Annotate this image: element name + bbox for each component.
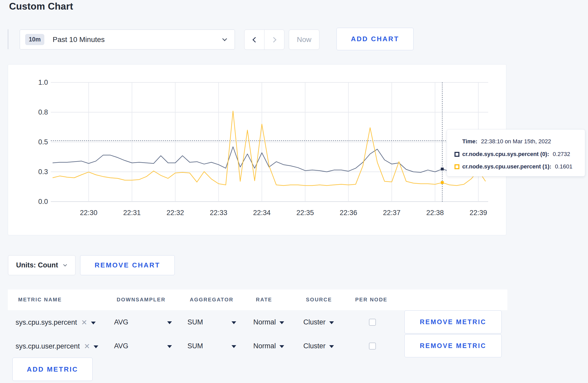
caret-down-icon [279, 345, 284, 348]
column-header-rate: RATE [256, 297, 272, 303]
downsampler-select[interactable]: AVG [114, 318, 172, 326]
units-select[interactable]: Units: Count [8, 255, 75, 275]
caret-down-icon [167, 345, 172, 348]
chart-tooltip: Time: 22:38:10 on Mar 15th, 2022 cr.node… [447, 129, 585, 176]
metric-name-value: sys.cpu.sys.percent [16, 318, 77, 327]
caret-down-icon [232, 321, 236, 324]
tooltip-series-label: cr.node.sys.cpu.user.percent (1): [462, 163, 551, 170]
tooltip-series-label: cr.node.sys.cpu.sys.percent (0): [462, 151, 549, 158]
prev-time-button[interactable] [244, 30, 264, 49]
chevron-left-icon [252, 37, 258, 42]
remove-chart-button[interactable]: REMOVE CHART [80, 255, 175, 275]
series-swatch-sys [454, 152, 459, 157]
caret-down-icon [279, 321, 284, 324]
aggregator-select[interactable]: SUM [187, 318, 236, 326]
rate-value: Normal [253, 318, 276, 326]
tooltip-series-value: 0.2732 [553, 151, 570, 158]
source-value: Cluster [303, 342, 326, 350]
metric-name-select[interactable]: sys.cpu.sys.percent ✕ [16, 318, 96, 327]
aggregator-value: SUM [187, 342, 203, 350]
add-metric-button[interactable]: ADD METRIC [12, 358, 93, 381]
caret-down-icon [329, 321, 334, 324]
caret-down-icon [167, 321, 172, 324]
rate-select[interactable]: Normal [253, 342, 284, 350]
metric-name-value: sys.cpu.user.percent [16, 342, 80, 350]
per-node-checkbox[interactable] [369, 319, 376, 326]
time-range-select[interactable]: 10m Past 10 Minutes [20, 30, 235, 49]
source-select[interactable]: Cluster [303, 342, 334, 350]
column-header-source: SOURCE [306, 297, 332, 303]
tooltip-series-value: 0.1601 [555, 163, 572, 170]
metrics-table-header: METRIC NAME DOWNSAMPLER AGGREGATOR RATE … [8, 289, 507, 310]
add-chart-button[interactable]: ADD CHART [337, 28, 414, 50]
caret-down-icon [94, 345, 98, 348]
column-header-downsampler: DOWNSAMPLER [117, 297, 166, 303]
chart-card[interactable] [8, 64, 506, 235]
clear-icon[interactable]: ✕ [84, 342, 90, 351]
chevron-down-icon [63, 263, 67, 266]
downsampler-select[interactable]: AVG [114, 342, 172, 350]
series-swatch-user [454, 164, 459, 169]
tooltip-time-label: Time: [462, 138, 477, 145]
source-select[interactable]: Cluster [303, 318, 334, 326]
column-header-metric-name: METRIC NAME [18, 297, 62, 303]
metric-name-select[interactable]: sys.cpu.user.percent ✕ [16, 342, 98, 351]
toolbar-divider [8, 29, 8, 49]
per-node-checkbox[interactable] [369, 343, 376, 350]
time-pager [244, 30, 284, 50]
remove-metric-button[interactable]: REMOVE METRIC [404, 334, 502, 357]
chevron-down-icon [222, 36, 227, 41]
column-header-aggregator: AGGREGATOR [190, 297, 234, 303]
time-range-badge: 10m [25, 34, 44, 45]
column-header-per-node: PER NODE [355, 297, 387, 303]
remove-metric-button[interactable]: REMOVE METRIC [404, 310, 502, 334]
time-range-label: Past 10 Minutes [53, 36, 105, 44]
page-title: Custom Chart [9, 1, 73, 12]
caret-down-icon [232, 345, 236, 348]
units-label: Units: Count [16, 261, 58, 269]
next-time-button[interactable] [264, 30, 284, 49]
now-button[interactable]: Now [289, 30, 319, 50]
rate-select[interactable]: Normal [253, 318, 284, 326]
caret-down-icon [91, 322, 96, 324]
downsampler-value: AVG [114, 342, 128, 350]
source-value: Cluster [303, 318, 326, 326]
tooltip-time-value: 22:38:10 on Mar 15th, 2022 [481, 138, 551, 145]
aggregator-select[interactable]: SUM [187, 342, 236, 350]
clear-icon[interactable]: ✕ [81, 318, 87, 327]
aggregator-value: SUM [187, 318, 203, 326]
downsampler-value: AVG [114, 318, 128, 326]
rate-value: Normal [253, 342, 276, 350]
chevron-right-icon [271, 37, 276, 42]
caret-down-icon [329, 345, 334, 348]
